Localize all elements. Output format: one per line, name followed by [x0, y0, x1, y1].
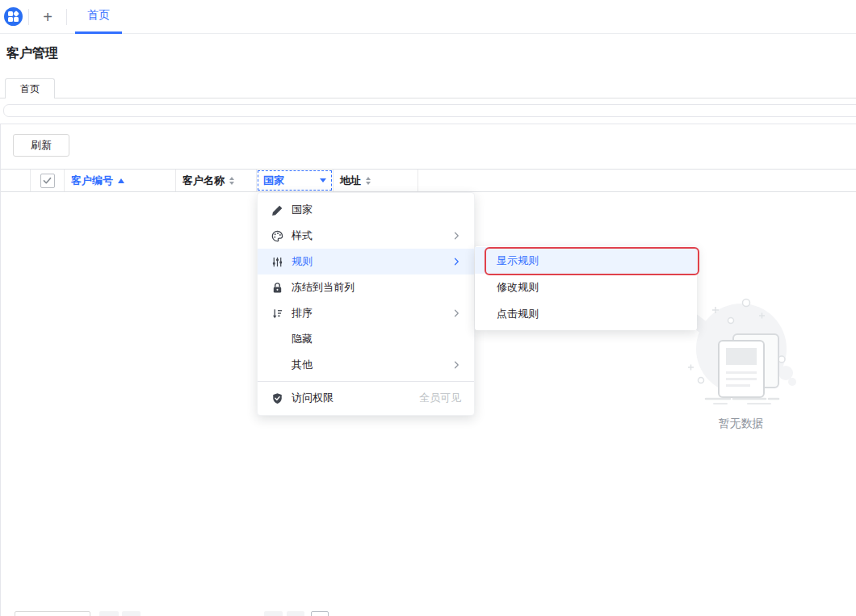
check-icon — [42, 175, 52, 186]
submenu-item-modify-rule[interactable]: 修改规则 — [475, 274, 697, 300]
menu-item-freeze-column[interactable]: 冻结到当前列 — [258, 274, 474, 300]
column-header-address[interactable]: 地址 — [334, 170, 418, 191]
topbar-tab-home[interactable]: 首页 — [75, 0, 122, 34]
header-filler — [418, 170, 856, 191]
empty-state-text: 暂无数据 — [682, 417, 799, 431]
menu-item-label: 访问权限 — [292, 391, 334, 405]
menu-item-label: 国家 — [292, 203, 313, 217]
table-header-row: 客户编号 客户名称 国家 地址 — [1, 169, 856, 192]
palette-icon — [271, 229, 283, 242]
menu-divider — [258, 381, 474, 382]
menu-item-label: 样式 — [292, 228, 313, 243]
menu-item-hide[interactable]: 隐藏 — [258, 326, 474, 352]
chevron-right-icon — [451, 231, 461, 241]
column-header-country[interactable]: 国家 — [257, 170, 334, 191]
chevron-right-icon — [451, 257, 461, 266]
column-label: 客户编号 — [71, 174, 113, 188]
menu-item-label: 冻结到当前列 — [292, 280, 355, 295]
chevron-right-icon — [451, 360, 461, 370]
sort-updown-icon — [229, 177, 234, 185]
submenu-item-click-rule[interactable]: 点击规则 — [475, 300, 697, 327]
pager-button[interactable] — [287, 611, 304, 616]
permission-value: 全员可见 — [419, 391, 461, 405]
select-all-checkbox[interactable] — [40, 174, 55, 188]
column-label: 客户名称 — [183, 174, 224, 188]
column-menu-caret-icon[interactable] — [320, 178, 326, 182]
column-label: 国家 — [263, 174, 284, 188]
menu-item-rules[interactable]: 规则 — [258, 249, 474, 274]
refresh-button[interactable]: 刷新 — [13, 134, 69, 157]
app-grid-icon — [8, 11, 19, 23]
chevron-right-icon — [451, 308, 461, 318]
pager-prev-button[interactable] — [99, 611, 119, 616]
menu-item-label: 隐藏 — [292, 332, 313, 346]
column-header-customer-id[interactable]: 客户编号 — [65, 170, 176, 191]
sliders-icon — [271, 255, 283, 268]
empty-state: 暂无数据 — [682, 297, 799, 431]
lock-icon — [271, 281, 283, 294]
divider — [28, 9, 29, 25]
column-header-customer-name[interactable]: 客户名称 — [176, 170, 257, 191]
menu-item-label: 规则 — [292, 254, 313, 269]
select-all-cell — [31, 170, 65, 191]
menu-item-access-permission[interactable]: 访问权限 全员可见 — [258, 385, 474, 411]
pager-current-page[interactable] — [311, 611, 329, 616]
menu-item-label: 其他 — [292, 358, 313, 372]
sort-updown-icon — [366, 177, 371, 185]
top-bar: + 首页 — [0, 0, 856, 34]
page-size-select[interactable] — [15, 611, 90, 616]
menu-item-sort[interactable]: 排序 — [258, 300, 474, 326]
collapsed-filter-bar[interactable] — [3, 104, 856, 117]
row-indicator-header — [1, 170, 31, 191]
sort-asc-icon — [118, 178, 124, 183]
sort-lines-icon — [271, 307, 283, 320]
pager-button[interactable] — [264, 611, 283, 616]
menu-item-style[interactable]: 样式 — [258, 223, 474, 249]
no-data-illustration — [685, 297, 798, 410]
menu-item-label: 排序 — [292, 306, 313, 321]
shield-check-icon — [271, 392, 283, 404]
menu-item-edit-column[interactable]: 国家 — [258, 197, 474, 223]
rules-submenu: 显示规则 修改规则 点击规则 — [475, 246, 697, 330]
content-tab-strip: 首页 — [0, 78, 856, 98]
column-label: 地址 — [340, 174, 361, 188]
submenu-item-display-rule[interactable]: 显示规则 — [475, 247, 697, 274]
menu-item-other[interactable]: 其他 — [258, 352, 474, 378]
page-title: 客户管理 — [6, 45, 58, 62]
app-launcher-button[interactable] — [4, 7, 23, 26]
pencil-icon — [271, 203, 283, 216]
tab-home[interactable]: 首页 — [5, 78, 55, 98]
new-tab-button[interactable]: + — [35, 9, 61, 25]
pager-next-button[interactable] — [122, 611, 141, 616]
column-context-menu: 国家 样式 规则 — [257, 192, 475, 416]
divider — [66, 9, 67, 25]
